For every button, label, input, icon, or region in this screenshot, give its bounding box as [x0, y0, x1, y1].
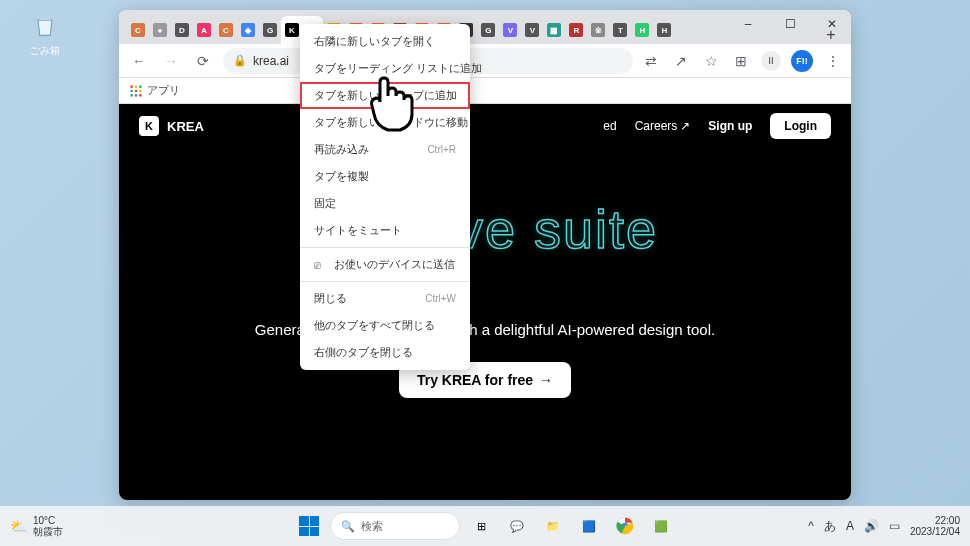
context-menu-item[interactable]: 他のタブをすべて閉じる	[300, 312, 470, 339]
close-window-button[interactable]: ✕	[817, 12, 847, 36]
lock-icon: 🔒	[233, 54, 247, 67]
weather-widget[interactable]: ⛅ 10°C 朝霞市	[10, 515, 63, 537]
translate-icon[interactable]: ⇄	[641, 51, 661, 71]
login-button[interactable]: Login	[770, 113, 831, 139]
context-menu-item[interactable]: タブを新しいウィンドウに移動	[300, 109, 470, 136]
tab-favicon-icon: V	[525, 23, 539, 37]
menu-item-icon: ⎚	[314, 259, 328, 271]
menu-item-label: 再読み込み	[314, 142, 369, 157]
context-menu-item[interactable]: ⎚お使いのデバイスに送信	[300, 251, 470, 278]
browser-tab[interactable]: H	[631, 16, 653, 44]
profile-avatar[interactable]: F!!	[791, 50, 813, 72]
menu-item-label: 固定	[314, 196, 336, 211]
browser-tab[interactable]: ▦	[543, 16, 565, 44]
apps-icon[interactable]: アプリ	[129, 83, 180, 98]
browser-tab[interactable]: T	[609, 16, 631, 44]
bookmark-star-icon[interactable]: ☆	[701, 51, 721, 71]
browser-tab[interactable]: G	[477, 16, 499, 44]
browser-tab[interactable]: H	[653, 16, 675, 44]
browser-tab[interactable]: A	[193, 16, 215, 44]
context-menu-item[interactable]: 右側のタブを閉じる	[300, 339, 470, 366]
tab-favicon-icon: D	[175, 23, 189, 37]
browser-tab[interactable]: V	[499, 16, 521, 44]
tab-favicon-icon: K	[285, 23, 299, 37]
context-menu-item[interactable]: サイトをミュート	[300, 217, 470, 244]
app-icon-2[interactable]: 🟩	[646, 511, 676, 541]
maximize-button[interactable]: ☐	[775, 12, 805, 36]
battery-icon[interactable]: ▭	[889, 519, 900, 533]
tab-favicon-icon: ◆	[241, 23, 255, 37]
browser-tab[interactable]: G	[259, 16, 281, 44]
explorer-icon[interactable]: 📁	[538, 511, 568, 541]
menu-separator	[300, 281, 470, 282]
chrome-icon[interactable]	[610, 511, 640, 541]
context-menu-item[interactable]: 固定	[300, 190, 470, 217]
context-menu-item[interactable]: タブを新しいグループに追加	[300, 82, 470, 109]
reload-button[interactable]: ⟳	[191, 49, 215, 73]
svg-point-0	[130, 85, 133, 88]
menu-item-label: 右隣に新しいタブを開く	[314, 34, 435, 49]
tab-favicon-icon: ※	[591, 23, 605, 37]
share-icon[interactable]: ↗	[671, 51, 691, 71]
svg-point-5	[139, 89, 142, 92]
tab-favicon-icon: C	[219, 23, 233, 37]
browser-tab[interactable]: R	[565, 16, 587, 44]
context-menu-item[interactable]: タブをリーディング リストに追加	[300, 55, 470, 82]
weather-icon: ⛅	[10, 518, 27, 534]
apps-label: アプリ	[147, 83, 180, 98]
paused-icon[interactable]: ⏸	[761, 51, 781, 71]
window-controls: – ☐ ✕	[733, 12, 847, 36]
context-menu-item[interactable]: タブを複製	[300, 163, 470, 190]
app-icon-1[interactable]: 🟦	[574, 511, 604, 541]
browser-tab[interactable]: ◆	[237, 16, 259, 44]
tab-favicon-icon: H	[635, 23, 649, 37]
browser-tab[interactable]: D	[171, 16, 193, 44]
minimize-button[interactable]: –	[733, 12, 763, 36]
browser-tab[interactable]: ●	[149, 16, 171, 44]
task-view-button[interactable]: ⊞	[466, 511, 496, 541]
menu-shortcut: Ctrl+R	[427, 144, 456, 155]
start-button[interactable]	[294, 511, 324, 541]
chat-icon[interactable]: 💬	[502, 511, 532, 541]
ime-hiragana-icon[interactable]: あ	[824, 518, 836, 535]
tab-favicon-icon: G	[263, 23, 277, 37]
menu-item-label: サイトをミュート	[314, 223, 402, 238]
browser-tab[interactable]: C	[127, 16, 149, 44]
browser-tab[interactable]: ※	[587, 16, 609, 44]
recycle-bin[interactable]: ごみ箱	[20, 10, 70, 58]
back-button[interactable]: ←	[127, 49, 151, 73]
hero-section: creative suite Generate images and video…	[119, 148, 851, 398]
taskbar-search[interactable]: 🔍 検索	[330, 512, 460, 540]
weather-temp: 10°C	[33, 515, 63, 526]
volume-icon[interactable]: 🔊	[864, 519, 879, 533]
context-menu-item[interactable]: 閉じるCtrl+W	[300, 285, 470, 312]
ime-mode-icon[interactable]: A	[846, 519, 854, 533]
system-tray: ^ あ A 🔊 ▭ 22:00 2023/12/04	[808, 515, 960, 537]
search-placeholder: 検索	[361, 519, 383, 534]
browser-tab[interactable]: C	[215, 16, 237, 44]
clock-date: 2023/12/04	[910, 526, 960, 537]
tray-chevron-up-icon[interactable]: ^	[808, 519, 814, 533]
menu-item-label: お使いのデバイスに送信	[334, 257, 455, 272]
search-icon: 🔍	[341, 520, 355, 533]
signup-link[interactable]: Sign up	[708, 119, 752, 133]
forward-button[interactable]: →	[159, 49, 183, 73]
kebab-menu-icon[interactable]: ⋮	[823, 51, 843, 71]
svg-point-4	[135, 89, 138, 92]
weather-city: 朝霞市	[33, 526, 63, 537]
nav-careers[interactable]: Careers ↗	[635, 119, 691, 133]
tab-favicon-icon: ▦	[547, 23, 561, 37]
tab-favicon-icon: A	[197, 23, 211, 37]
browser-tab[interactable]: V	[521, 16, 543, 44]
site-logo[interactable]: K KREA	[139, 116, 204, 136]
taskbar-clock[interactable]: 22:00 2023/12/04	[910, 515, 960, 537]
nav-feed[interactable]: ed	[603, 119, 616, 133]
context-menu-item[interactable]: 再読み込みCtrl+R	[300, 136, 470, 163]
url-text: krea.ai	[253, 54, 289, 68]
recycle-bin-icon	[29, 10, 61, 42]
context-menu-item[interactable]: 右隣に新しいタブを開く	[300, 28, 470, 55]
browser-toolbar: ← → ⟳ 🔒 krea.ai ⇄ ↗ ☆ ⊞ ⏸ F!! ⋮	[119, 44, 851, 78]
svg-point-7	[135, 94, 138, 97]
extensions-icon[interactable]: ⊞	[731, 51, 751, 71]
tab-favicon-icon: R	[569, 23, 583, 37]
